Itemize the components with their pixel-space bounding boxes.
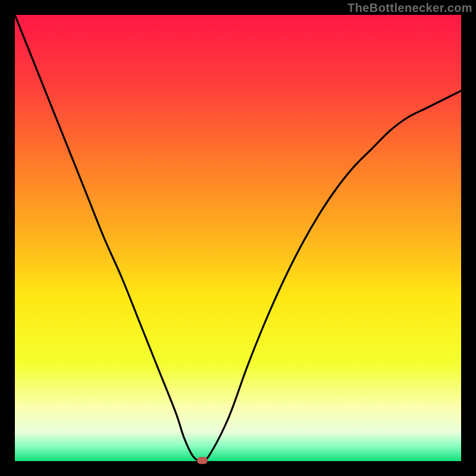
- watermark-text: TheBottlenecker.com: [347, 1, 472, 15]
- bottleneck-curve: [15, 15, 461, 461]
- chart-stage: TheBottlenecker.com: [0, 0, 476, 476]
- optimal-point-marker: [197, 457, 208, 464]
- plot-area: [15, 15, 461, 461]
